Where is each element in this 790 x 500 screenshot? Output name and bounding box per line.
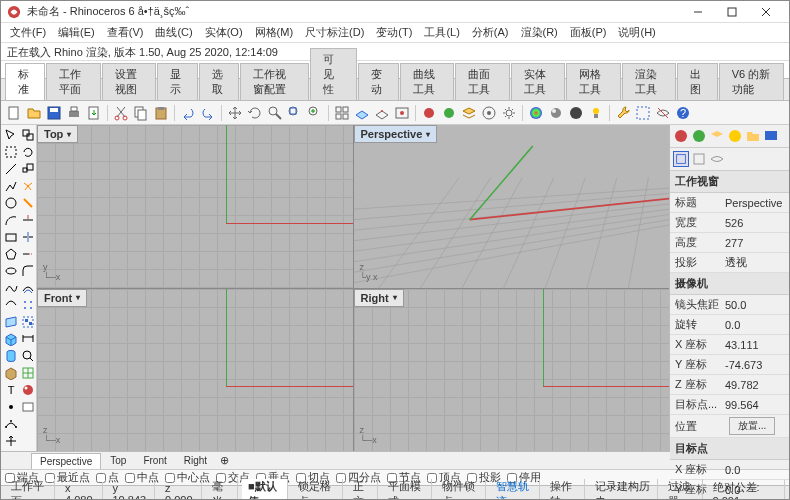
vp-tab-right[interactable]: Right (176, 453, 215, 468)
options-icon[interactable] (500, 104, 518, 122)
add-vp-icon[interactable]: ⊕ (220, 454, 229, 467)
curve2-icon[interactable] (3, 297, 19, 313)
maximize-button[interactable] (715, 1, 749, 23)
status-osnap[interactable]: 物件锁点 (436, 479, 486, 501)
curve-icon[interactable] (3, 280, 19, 296)
tab-new[interactable]: V6 的新功能 (719, 63, 784, 100)
tab-sub-icon[interactable] (691, 151, 707, 167)
menu-solid[interactable]: 实体(O) (200, 23, 248, 42)
viewport-persp-header[interactable]: Perspective▾ (354, 125, 438, 143)
viewport-perspective[interactable]: Perspective▾ z└y x (354, 125, 670, 288)
dim-icon[interactable] (20, 331, 36, 347)
light-icon[interactable] (587, 104, 605, 122)
rotate-icon[interactable] (246, 104, 264, 122)
pointer-icon[interactable] (3, 127, 19, 143)
menu-file[interactable]: 文件(F) (5, 23, 51, 42)
pointson-icon[interactable] (3, 416, 19, 432)
arc-icon[interactable] (3, 212, 19, 228)
tab-curvetools[interactable]: 曲线工具 (400, 63, 455, 100)
tab-drafting[interactable]: 出图 (677, 63, 717, 100)
prop-render-icon[interactable] (673, 128, 689, 144)
menu-mesh[interactable]: 网格(M) (250, 23, 299, 42)
viewport-front[interactable]: Front▾ z└─x (37, 289, 353, 452)
viewport-height-value[interactable]: 277 (725, 237, 784, 249)
new-icon[interactable] (5, 104, 23, 122)
prop-open-icon[interactable] (745, 128, 761, 144)
vp-tab-perspective[interactable]: Perspective (31, 453, 101, 469)
layer-icon[interactable] (460, 104, 478, 122)
group-icon[interactable] (20, 314, 36, 330)
tab-meshtools[interactable]: 网格工具 (566, 63, 621, 100)
point-icon[interactable] (3, 399, 19, 415)
tab-setview[interactable]: 设置视图 (102, 63, 157, 100)
prop-help-icon[interactable] (727, 128, 743, 144)
zoom-icon[interactable] (266, 104, 284, 122)
menu-dim[interactable]: 尺寸标注(D) (300, 23, 369, 42)
menu-transform[interactable]: 变动(T) (371, 23, 417, 42)
analyze-icon[interactable] (20, 348, 36, 364)
polyline-icon[interactable] (3, 178, 19, 194)
undo-icon[interactable] (179, 104, 197, 122)
move-icon[interactable] (3, 433, 19, 449)
sun-icon[interactable] (567, 104, 585, 122)
tab-eye-icon[interactable] (709, 151, 725, 167)
status-gridsnap[interactable]: 锁定格点 (292, 479, 342, 501)
split-icon[interactable] (20, 229, 36, 245)
rotate-tool-icon[interactable] (20, 144, 36, 160)
tab-transform[interactable]: 变动 (358, 63, 398, 100)
trim-icon[interactable] (20, 212, 36, 228)
viewport-right[interactable]: Right▾ z└─x (354, 289, 670, 452)
tab-standard[interactable]: 标准 (5, 63, 45, 100)
prop-material-icon[interactable] (691, 128, 707, 144)
tab-select[interactable]: 选取 (199, 63, 239, 100)
shade-icon[interactable] (420, 104, 438, 122)
ellipse-icon[interactable] (3, 263, 19, 279)
array-icon[interactable] (20, 297, 36, 313)
projection-value[interactable]: 透视 (725, 255, 784, 270)
line-icon[interactable] (3, 161, 19, 177)
zoom-sel-icon[interactable] (306, 104, 324, 122)
copy-icon[interactable] (132, 104, 150, 122)
menu-panel[interactable]: 面板(P) (565, 23, 612, 42)
close-button[interactable] (749, 1, 783, 23)
tab-cplane[interactable]: 工作平面 (46, 63, 101, 100)
menu-curve[interactable]: 曲线(C) (150, 23, 197, 42)
tab-surftools[interactable]: 曲面工具 (455, 63, 510, 100)
prop-display-icon[interactable] (763, 128, 779, 144)
material-icon[interactable] (547, 104, 565, 122)
minimize-button[interactable] (681, 1, 715, 23)
tgt-x-value[interactable]: 0.0 (725, 464, 784, 476)
open-icon[interactable] (25, 104, 43, 122)
render-tool-icon[interactable] (20, 382, 36, 398)
cylinder-icon[interactable] (3, 348, 19, 364)
status-smarttrack[interactable]: 智慧轨迹 (490, 479, 540, 501)
paste-icon[interactable] (152, 104, 170, 122)
viewport-top[interactable]: Top▾ y└─x (37, 125, 353, 288)
rotation-value[interactable]: 0.0 (725, 319, 784, 331)
properties-icon[interactable] (480, 104, 498, 122)
prop-layer-icon[interactable] (709, 128, 725, 144)
chevron-down-icon[interactable]: ▾ (393, 293, 397, 302)
status-ortho[interactable]: 正交 (347, 479, 379, 501)
tab-vplayout[interactable]: 工作视窗配置 (240, 63, 309, 100)
save-icon[interactable] (45, 104, 63, 122)
extend-icon[interactable] (20, 246, 36, 262)
viewport-front-header[interactable]: Front▾ (37, 289, 87, 307)
status-cplane[interactable]: 工作平面 (5, 479, 55, 501)
render-icon[interactable] (440, 104, 458, 122)
menu-help[interactable]: 说明(H) (613, 23, 660, 42)
menu-edit[interactable]: 编辑(E) (53, 23, 100, 42)
help-icon[interactable]: ? (674, 104, 692, 122)
vp-tab-top[interactable]: Top (102, 453, 134, 468)
mesh-icon[interactable] (3, 365, 19, 381)
lasso-icon[interactable] (3, 144, 19, 160)
draft-icon[interactable] (20, 399, 36, 415)
setview-icon[interactable] (373, 104, 391, 122)
rect-icon[interactable] (3, 229, 19, 245)
cam-x-value[interactable]: 43.111 (725, 339, 784, 351)
cam-z-value[interactable]: 49.782 (725, 379, 784, 391)
menu-analyze[interactable]: 分析(A) (467, 23, 514, 42)
polygon-icon[interactable] (3, 246, 19, 262)
hide-icon[interactable] (654, 104, 672, 122)
join-icon[interactable] (20, 195, 36, 211)
